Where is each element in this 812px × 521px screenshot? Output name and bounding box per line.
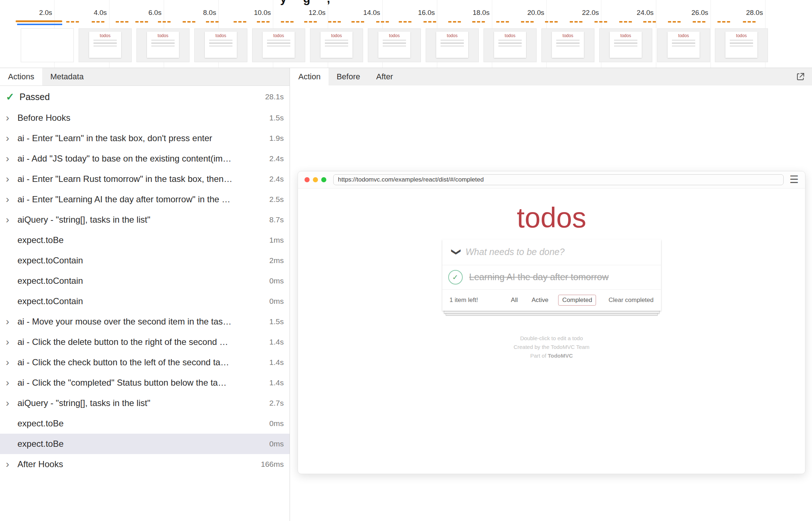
action-row[interactable]: ›ai - Enter "Learn Rust tomorrow" in the… (0, 169, 290, 189)
action-row[interactable]: ›ai - Add "JS today" to base on the exis… (0, 148, 290, 169)
timeline-activity-marks (66, 21, 79, 23)
chevron-right-icon[interactable]: › (6, 154, 17, 164)
action-row[interactable]: ›ai - Enter "Learn" in the task box, don… (0, 128, 290, 148)
filter-completed[interactable]: Completed (558, 295, 596, 306)
action-row[interactable]: expect.toBe1ms (0, 230, 290, 250)
new-todo-placeholder: What needs to be done? (466, 247, 565, 257)
timeline-activity-marks (281, 21, 294, 23)
action-label: expect.toBe (17, 235, 265, 245)
timeline-activity-marks (668, 21, 681, 23)
mini-todos-title: todos (436, 33, 468, 38)
filmstrip-thumbnail[interactable]: todos (541, 28, 594, 62)
tab-metadata[interactable]: Metadata (42, 68, 92, 85)
chevron-right-icon[interactable]: › (6, 133, 17, 143)
chevron-right-icon[interactable]: › (6, 113, 17, 123)
action-duration: 0ms (265, 277, 284, 285)
info-line-2: Created by the TodoMVC Team (298, 343, 805, 351)
clear-completed-button[interactable]: Clear completed (609, 297, 654, 304)
action-row[interactable]: expect.toContain0ms (0, 271, 290, 291)
action-duration: 2ms (265, 256, 284, 265)
action-duration: 2.4s (265, 154, 284, 163)
timeline-filmstrip: todostodostodostodostodostodostodostodos… (21, 28, 768, 62)
url-bar[interactable]: https://todomvc.com/examples/react/dist/… (333, 174, 784, 185)
filmstrip-thumbnail[interactable]: todos (252, 28, 305, 62)
tab-actions[interactable]: Actions (0, 68, 42, 85)
filmstrip-thumbnail[interactable]: todos (310, 28, 363, 62)
external-link-icon[interactable] (795, 72, 805, 82)
tab-after[interactable]: After (368, 68, 401, 85)
url-text: https://todomvc.com/examples/react/dist/… (338, 176, 484, 183)
filmstrip-thumbnail[interactable]: todos (136, 28, 190, 62)
mini-page: todos (263, 32, 295, 58)
action-row[interactable]: ›ai - Click the delete button to the rig… (0, 332, 290, 352)
todos-title: todos (298, 202, 805, 234)
action-row[interactable]: ›aiQuery - "string[], tasks in the list"… (0, 393, 290, 413)
browser-titlebar: https://todomvc.com/examples/react/dist/… (298, 171, 805, 188)
timeline-activity-marks (183, 21, 195, 23)
chevron-right-icon[interactable]: › (6, 378, 17, 388)
trace-title-fragment: y g , (280, 0, 331, 5)
action-label: ai - Enter "Learn" in the task box, don'… (17, 133, 265, 143)
chevron-right-icon[interactable]: › (6, 357, 17, 367)
filmstrip-thumbnail[interactable]: todos (599, 28, 652, 62)
action-row[interactable]: expect.toContain0ms (0, 291, 290, 311)
action-row[interactable]: expect.toBe0ms (0, 434, 290, 454)
tab-before[interactable]: Before (329, 68, 368, 85)
chevron-right-icon[interactable]: › (6, 459, 17, 469)
test-status-row[interactable]: ✓ Passed 28.1s (0, 86, 290, 108)
chevron-right-icon[interactable]: › (6, 174, 17, 184)
filmstrip-thumbnail[interactable]: todos (426, 28, 479, 62)
action-duration: 0ms (265, 297, 284, 306)
action-row[interactable]: ›ai - Click the check button to the left… (0, 352, 290, 373)
timeline-activity-marks (693, 21, 705, 23)
action-row[interactable]: ›ai - Click the "completed" Status butto… (0, 373, 290, 393)
chevron-right-icon[interactable]: › (6, 317, 17, 327)
filmstrip-thumbnail[interactable]: todos (368, 28, 421, 62)
tab-action[interactable]: Action (290, 68, 329, 85)
timeline[interactable]: 2.0s4.0s6.0s8.0s10.0s12.0s14.0s16.0s18.0… (0, 0, 812, 68)
action-row[interactable]: ›Before Hooks1.5s (0, 108, 290, 128)
todo-footer: 1 item left! AllActiveCompleted Clear co… (442, 290, 661, 311)
chevron-right-icon[interactable]: › (6, 337, 17, 347)
filmstrip-thumbnail[interactable]: todos (194, 28, 247, 62)
action-duration: 1.4s (265, 358, 284, 367)
timeline-activity-marks (423, 21, 436, 23)
filter-all[interactable]: All (507, 295, 522, 306)
action-label: aiQuery - "string[], tasks in the list" (17, 215, 265, 225)
action-row[interactable]: ›aiQuery - "string[], tasks in the list"… (0, 210, 290, 230)
mini-page: todos (147, 32, 179, 58)
chevron-right-icon[interactable]: › (6, 194, 17, 204)
todo-toggle-icon[interactable]: ✓ (448, 270, 463, 285)
mini-todos-title: todos (263, 33, 295, 38)
mini-page: todos (205, 32, 237, 58)
action-label: expect.toContain (17, 255, 265, 266)
action-row[interactable]: ›After Hooks166ms (0, 454, 290, 474)
action-row[interactable]: ›ai - Move your mouse over the second it… (0, 311, 290, 332)
chevron-right-icon[interactable]: › (6, 215, 17, 225)
timeline-activity-marks (570, 21, 582, 23)
timeline-activity-marks (496, 21, 509, 23)
todo-card: ❯ What needs to be done? ✓ Learning AI t… (442, 239, 661, 311)
timeline-activity-marks (257, 21, 270, 23)
filmstrip-thumbnail[interactable]: todos (483, 28, 537, 62)
test-duration: 28.1s (261, 92, 284, 101)
filmstrip-thumbnail[interactable] (21, 28, 74, 62)
mini-todos-title: todos (668, 33, 700, 38)
chevron-right-icon[interactable]: › (6, 398, 17, 408)
action-label: ai - Click the "completed" Status button… (17, 378, 265, 388)
filmstrip-thumbnail[interactable]: todos (715, 28, 768, 62)
mini-page: todos (725, 32, 757, 58)
action-row[interactable]: ›ai - Enter "Learning AI the day after t… (0, 189, 290, 210)
filmstrip-thumbnail[interactable]: todos (657, 28, 710, 62)
todo-item[interactable]: ✓ Learning AI the day after tomorrow (442, 265, 661, 290)
action-row[interactable]: expect.toContain2ms (0, 250, 290, 271)
toggle-all-icon[interactable]: ❯ (450, 244, 462, 260)
timeline-activity-marks (135, 21, 148, 23)
menu-icon[interactable]: ☰ (789, 175, 799, 185)
filmstrip-thumbnail[interactable]: todos (79, 28, 132, 62)
new-todo-row[interactable]: ❯ What needs to be done? (442, 239, 661, 265)
browser-body: todos ❯ What needs to be done? ✓ Learnin… (298, 188, 805, 360)
filter-active[interactable]: Active (528, 295, 552, 306)
action-row[interactable]: expect.toBe0ms (0, 413, 290, 434)
right-tabbar: ActionBeforeAfter (290, 68, 812, 86)
